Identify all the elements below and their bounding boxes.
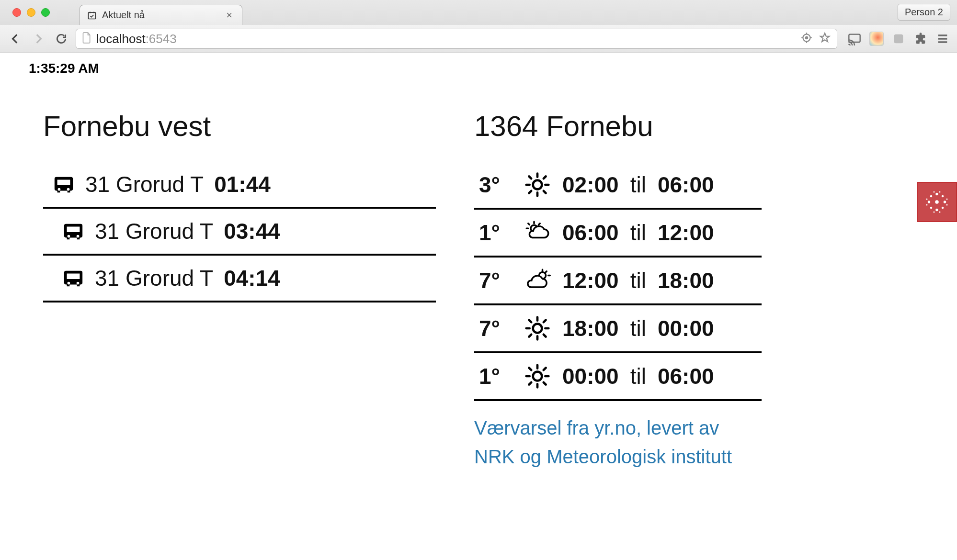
toolbar-extensions — [843, 31, 950, 46]
forecast-temp: 7° — [479, 315, 513, 341]
partly-cloudy-icon — [524, 267, 551, 294]
browser-tab[interactable]: Aktuelt nå × — [80, 5, 242, 25]
transport-panel: Fornebu vest 31 Grorud T 01:44 31 Grorud… — [43, 110, 436, 471]
departure-route: 31 Grorud T — [85, 171, 204, 197]
partly-cloudy-icon — [524, 219, 551, 246]
extension-disabled-icon[interactable] — [891, 31, 906, 46]
forecast-to: 06:00 — [658, 172, 714, 198]
forecast-from: 06:00 — [562, 220, 619, 246]
bus-icon — [62, 220, 84, 242]
page-content: 1:35:29 AM Fornebu vest 31 Grorud T 01:4… — [0, 53, 957, 504]
window-controls — [7, 0, 56, 25]
departure-row: 31 Grorud T 03:44 — [43, 209, 436, 256]
forecast-from: 02:00 — [562, 172, 619, 198]
reload-button[interactable] — [53, 30, 70, 47]
calendar-check-icon — [87, 10, 97, 21]
close-tab-button[interactable]: × — [223, 9, 235, 22]
forecast-to: 06:00 — [658, 363, 714, 389]
minimize-window-button[interactable] — [27, 8, 35, 17]
departure-time: 03:44 — [224, 218, 280, 244]
forecast-til: til — [630, 268, 646, 293]
forecast-to: 18:00 — [658, 268, 714, 293]
forecast-til: til — [630, 315, 646, 341]
tab-title: Aktuelt nå — [102, 10, 218, 21]
svg-point-12 — [935, 209, 938, 211]
forecast-temp: 1° — [479, 363, 513, 389]
forecast-til: til — [630, 220, 646, 246]
url-port: :6543 — [146, 32, 177, 46]
svg-rect-4 — [894, 34, 903, 44]
clock: 1:35:29 AM — [14, 58, 943, 90]
url-text: localhost:6543 — [96, 32, 177, 46]
svg-point-18 — [942, 207, 944, 209]
browser-chrome: Aktuelt nå × Person 2 localhost:6543 — [0, 0, 957, 53]
departure-row: 31 Grorud T 01:44 — [43, 162, 436, 209]
sun-icon — [524, 315, 551, 342]
forecast-from: 12:00 — [562, 268, 619, 293]
forecast-row: 1° 00:00 til 06:00 — [474, 353, 762, 401]
svg-point-23 — [926, 199, 928, 200]
forecast-temp: 7° — [479, 268, 513, 293]
sun-icon — [524, 171, 551, 198]
transport-title: Fornebu vest — [43, 110, 436, 143]
weather-panel: 1364 Fornebu 3° 02:00 til 06:00 1° — [474, 110, 762, 471]
cast-icon[interactable] — [847, 31, 862, 46]
svg-point-10 — [935, 200, 939, 204]
sun-icon — [524, 363, 551, 390]
departure-time: 01:44 — [214, 171, 271, 197]
svg-rect-3 — [849, 34, 860, 42]
back-button[interactable] — [7, 30, 24, 47]
browser-toolbar: localhost:6543 — [0, 25, 957, 53]
forecast-row: 7° 18:00 til 00:00 — [474, 305, 762, 353]
forecast-row: 7° 12:00 til 18:00 — [474, 258, 762, 305]
forecast-to: 00:00 — [658, 315, 714, 341]
svg-point-26 — [946, 204, 948, 206]
svg-point-14 — [944, 201, 946, 203]
extension-icon[interactable] — [869, 31, 884, 46]
maximize-window-button[interactable] — [41, 8, 50, 17]
departure-time: 04:14 — [224, 265, 280, 291]
address-bar[interactable]: localhost:6543 — [76, 29, 837, 49]
tab-strip: Aktuelt nå × Person 2 — [0, 0, 957, 25]
forecast-til: til — [630, 172, 646, 198]
svg-rect-0 — [89, 12, 96, 19]
weather-credit-link[interactable]: Værvarsel fra yr.no, levert av NRK og Me… — [474, 414, 742, 471]
svg-point-5 — [533, 180, 542, 190]
departure-route: 31 Grorud T — [95, 218, 213, 244]
svg-point-22 — [939, 212, 941, 213]
svg-point-17 — [930, 207, 933, 209]
forecast-from: 00:00 — [562, 363, 619, 389]
departure-route: 31 Grorud T — [95, 265, 213, 291]
forward-button[interactable] — [30, 30, 47, 47]
svg-point-19 — [934, 191, 935, 193]
forecast-til: til — [630, 363, 646, 389]
bus-icon — [62, 267, 84, 289]
bus-icon — [53, 173, 75, 195]
svg-point-2 — [806, 37, 808, 39]
forecast-to: 12:00 — [658, 220, 714, 246]
forecast-from: 18:00 — [562, 315, 619, 341]
forecast-row: 1° 06:00 til 12:00 — [474, 210, 762, 258]
location-target-icon[interactable] — [800, 32, 813, 46]
page-icon — [82, 32, 91, 46]
svg-point-11 — [935, 193, 938, 195]
bookmark-star-icon[interactable] — [819, 32, 831, 46]
menu-icon[interactable] — [935, 31, 950, 46]
svg-point-13 — [928, 201, 930, 203]
forecast-temp: 3° — [479, 172, 513, 198]
url-host: localhost — [96, 32, 146, 46]
profile-badge[interactable]: Person 2 — [898, 4, 950, 21]
svg-point-20 — [939, 191, 941, 193]
close-window-button[interactable] — [12, 8, 21, 17]
weather-title: 1364 Fornebu — [474, 110, 762, 143]
svg-point-9 — [533, 372, 542, 381]
svg-point-21 — [934, 212, 935, 213]
debug-badge[interactable] — [917, 182, 957, 222]
svg-point-24 — [926, 204, 928, 206]
svg-point-25 — [946, 199, 948, 200]
svg-point-15 — [930, 195, 933, 198]
svg-point-16 — [942, 195, 944, 198]
forecast-row: 3° 02:00 til 06:00 — [474, 162, 762, 210]
departure-row: 31 Grorud T 04:14 — [43, 256, 436, 302]
puzzle-icon[interactable] — [913, 31, 928, 46]
